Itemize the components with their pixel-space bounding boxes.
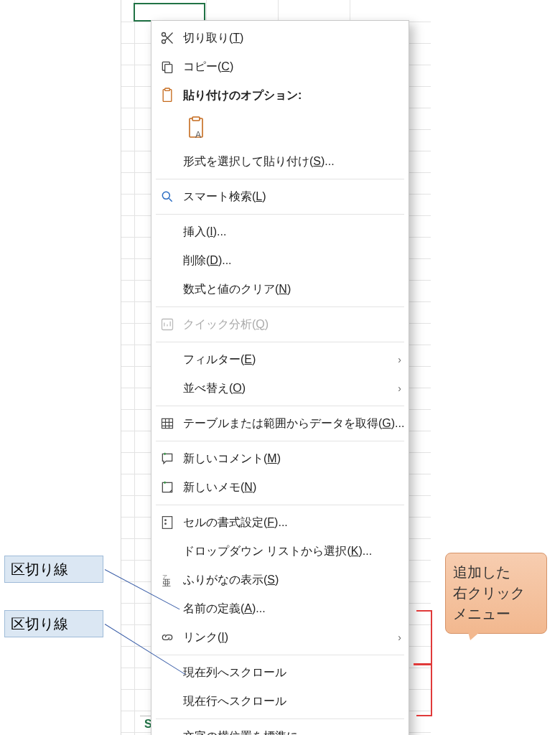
scissors-icon bbox=[159, 29, 176, 47]
menu-clear[interactable]: 数式と値のクリア(N) bbox=[151, 275, 409, 304]
svg-rect-3 bbox=[165, 65, 172, 73]
menu-new-comment[interactable]: 新しいコメント(M) bbox=[151, 444, 409, 473]
menu-filter[interactable]: フィルター(E) › bbox=[151, 345, 409, 374]
svg-point-14 bbox=[165, 520, 167, 521]
menu-cut-label: 切り取り(T) bbox=[183, 31, 398, 46]
svg-rect-7 bbox=[192, 117, 200, 121]
svg-point-0 bbox=[162, 40, 166, 44]
menu-paste-options[interactable]: 貼り付けのオプション: bbox=[151, 81, 409, 110]
separator bbox=[156, 306, 404, 307]
format-cells-icon bbox=[159, 514, 176, 531]
menu-get-data[interactable]: テーブルまたは範囲からデータを取得(G)... bbox=[151, 409, 409, 438]
menu-define-name[interactable]: 名前の定義(A)... bbox=[151, 594, 409, 623]
menu-sort[interactable]: 並べ替え(O) › bbox=[151, 374, 409, 403]
bracket-annotation bbox=[416, 610, 432, 716]
menu-format-cells[interactable]: セルの書式設定(F)... bbox=[151, 508, 409, 537]
paste-icon bbox=[159, 87, 176, 104]
note-icon bbox=[159, 479, 176, 496]
separator bbox=[156, 441, 404, 441]
svg-point-9 bbox=[162, 192, 169, 199]
menu-quick-analysis: クイック分析(Q) bbox=[151, 310, 409, 339]
separator bbox=[156, 406, 404, 406]
active-cell[interactable] bbox=[134, 3, 205, 22]
context-menu: 切り取り(T) コピー(C) 貼り付けのオプション: A 形式を選択して貼り付け… bbox=[151, 20, 409, 735]
link-icon bbox=[159, 629, 176, 646]
svg-text:A: A bbox=[195, 130, 201, 140]
comment-icon bbox=[159, 450, 176, 467]
svg-rect-11 bbox=[162, 418, 173, 428]
svg-rect-5 bbox=[165, 88, 170, 90]
menu-copy-label: コピー(C) bbox=[183, 60, 398, 75]
callout-added-menu: 追加した 右クリック メニュー bbox=[445, 553, 547, 634]
svg-rect-13 bbox=[162, 517, 172, 529]
menu-new-note[interactable]: 新しいメモ(N) bbox=[151, 473, 409, 502]
svg-point-1 bbox=[162, 33, 166, 37]
quick-analysis-icon bbox=[159, 316, 176, 333]
menu-copy[interactable]: コピー(C) bbox=[151, 52, 409, 81]
menu-paste-special-label: 形式を選択して貼り付け(S)... bbox=[183, 154, 398, 169]
separator-custom-top bbox=[156, 655, 404, 655]
menu-furigana[interactable]: ア亜 ふりがなの表示(S) bbox=[151, 566, 409, 594]
separator bbox=[156, 342, 404, 342]
chevron-right-icon: › bbox=[398, 354, 401, 365]
menu-link[interactable]: リンク(I) › bbox=[151, 623, 409, 652]
menu-custom-scroll-col[interactable]: 現在列へスクロール bbox=[151, 658, 409, 687]
table-icon bbox=[159, 415, 176, 432]
menu-smart-lookup[interactable]: スマート検索(L) bbox=[151, 182, 409, 211]
annotation-separator-label-2: 区切り線 bbox=[4, 610, 103, 637]
chevron-right-icon: › bbox=[398, 383, 401, 394]
search-icon bbox=[159, 188, 176, 205]
svg-point-15 bbox=[165, 523, 167, 525]
separator bbox=[156, 179, 404, 179]
furigana-icon: ア亜 bbox=[159, 571, 176, 589]
chevron-right-icon: › bbox=[398, 632, 401, 643]
menu-cut[interactable]: 切り取り(T) bbox=[151, 24, 409, 52]
menu-delete[interactable]: 削除(D)... bbox=[151, 246, 409, 275]
menu-pick-from-list[interactable]: ドロップダウン リストから選択(K)... bbox=[151, 537, 409, 566]
menu-custom-align-std[interactable]: 文字の横位置を標準に bbox=[151, 722, 409, 735]
menu-custom-scroll-row[interactable]: 現在行へスクロール bbox=[151, 687, 409, 716]
svg-text:亜: 亜 bbox=[162, 578, 171, 587]
separator-custom-mid bbox=[156, 718, 404, 719]
separator bbox=[156, 214, 404, 215]
paste-default-button[interactable]: A bbox=[183, 113, 212, 144]
svg-rect-4 bbox=[163, 90, 172, 102]
menu-paste-options-label: 貼り付けのオプション: bbox=[183, 88, 398, 103]
annotation-separator-label-1: 区切り線 bbox=[4, 556, 103, 583]
copy-icon bbox=[159, 58, 176, 75]
menu-paste-special[interactable]: 形式を選択して貼り付け(S)... bbox=[151, 147, 409, 176]
paste-options-row: A bbox=[151, 110, 409, 147]
menu-insert[interactable]: 挿入(I)... bbox=[151, 217, 409, 246]
separator bbox=[156, 505, 404, 505]
